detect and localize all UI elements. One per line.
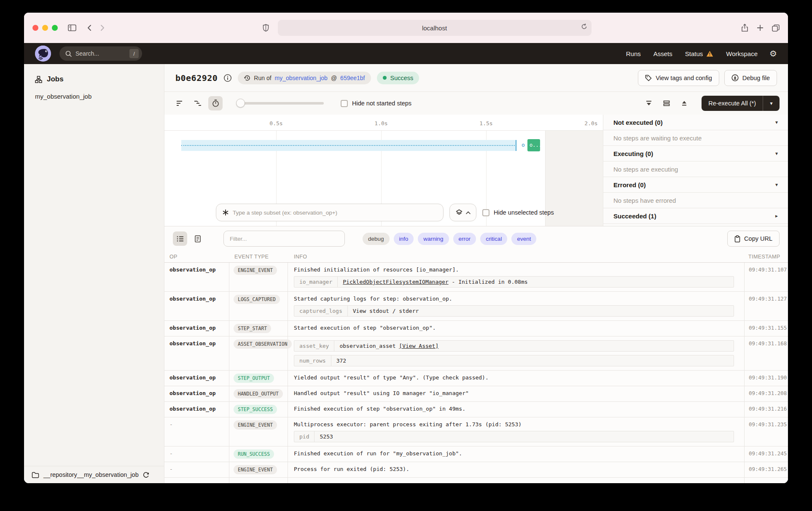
new-tab-icon[interactable] (757, 24, 764, 31)
status-section-title: Not executed (0) (613, 119, 663, 126)
log-info-text: Started capturing logs for step: observa… (294, 296, 738, 302)
run-of-label: Run of (254, 75, 271, 81)
run-actions: View tags and config Debug file (638, 70, 777, 86)
status-section-header[interactable]: Executing (0)▾ (603, 146, 788, 161)
reload-icon[interactable] (581, 23, 587, 30)
rows-view-icon[interactable] (659, 96, 674, 110)
zoom-slider[interactable] (237, 102, 324, 105)
forward-icon[interactable] (96, 22, 109, 34)
level-filter-error[interactable]: error (453, 233, 476, 245)
success-dot-icon (383, 76, 387, 80)
nav-assets[interactable]: Assets (653, 50, 672, 57)
sidebar-item-job[interactable]: my_observation_job (24, 89, 164, 103)
level-filter-warning[interactable]: warning (418, 233, 449, 245)
run-id: b0e62920 (175, 73, 218, 83)
log-row[interactable]: observation_opHANDLED_OUTPUTHandled outp… (164, 386, 788, 402)
log-type-cell: ENGINE_EVENT (229, 417, 288, 446)
nav-workspace[interactable]: Workspace (726, 50, 758, 57)
tab-overview-icon[interactable] (772, 24, 780, 32)
status-section-title: Succeeded (1) (613, 212, 656, 220)
warning-icon (706, 51, 713, 57)
log-info-cell: Started execution of step "observation_o… (288, 321, 744, 336)
gear-icon[interactable]: ⚙ (769, 49, 777, 58)
event-type-badge: ENGINE_EVENT (234, 420, 277, 430)
level-filter-info[interactable]: info (394, 233, 414, 245)
log-op-cell: - (164, 417, 229, 446)
step-waiting-band[interactable] (181, 140, 516, 151)
refresh-icon[interactable] (143, 472, 149, 478)
copy-url-button[interactable]: Copy URL (727, 231, 780, 247)
log-kv-value: View stdout / stderr (348, 306, 424, 316)
log-type-cell: STEP_OUTPUT (229, 371, 288, 386)
reexecute-all-button[interactable]: Re-execute All (*) (702, 96, 763, 111)
address-area: localhost (109, 20, 741, 36)
gantt-toolbar: Hide not started steps Re-ex (164, 92, 788, 115)
log-row[interactable]: observation_opSTEP_OUTPUTYielded output … (164, 371, 788, 386)
step-subset-input[interactable] (233, 210, 437, 216)
flatten-steps-icon[interactable] (173, 96, 187, 110)
step-status-panel: Not executed (0)▾No steps are waiting to… (603, 115, 788, 226)
log-row[interactable]: observation_opSTEP_STARTStarted executio… (164, 321, 788, 336)
structured-view-icon[interactable] (191, 231, 205, 246)
level-filter-critical[interactable]: critical (480, 233, 507, 245)
shield-icon[interactable] (259, 22, 273, 34)
global-search[interactable]: / (59, 46, 142, 61)
level-filter-debug[interactable]: debug (363, 233, 390, 245)
repository-name[interactable]: __repository__my_observation_job (43, 471, 139, 478)
hide-not-started-checkbox[interactable] (341, 100, 348, 107)
hide-unselected-checkbox[interactable] (482, 209, 489, 216)
share-icon[interactable] (741, 24, 748, 32)
status-section-header[interactable]: Not executed (0)▾ (603, 115, 788, 130)
minimize-window-button[interactable] (42, 25, 48, 31)
zoom-slider-handle[interactable] (236, 99, 245, 108)
sidebar-toggle-icon[interactable] (65, 22, 79, 34)
commit-link[interactable]: 659ee1bf (340, 75, 365, 81)
graph-options-button[interactable] (449, 204, 476, 221)
log-kv-link[interactable]: PickledObjectFilesystemIOManager (343, 279, 448, 285)
event-type-badge: STEP_SUCCESS (234, 405, 277, 414)
list-view-icon[interactable] (173, 231, 187, 246)
hide-not-started-label: Hide not started steps (352, 100, 411, 107)
collapse-all-icon[interactable] (642, 96, 656, 110)
log-row[interactable]: -ENGINE_EVENTMultiprocess executor: pare… (164, 417, 788, 446)
log-type-cell: ENGINE_EVENT (229, 263, 288, 291)
log-filter-input[interactable] (230, 236, 339, 242)
log-info-cell: Handled output "result" using IO manager… (288, 386, 744, 401)
folder-icon (32, 472, 39, 478)
debug-file-button[interactable]: Debug file (724, 70, 777, 86)
job-link[interactable]: my_observation_job (275, 75, 328, 81)
info-icon[interactable] (223, 74, 232, 82)
log-kv-link[interactable]: [View Asset] (399, 343, 438, 349)
eject-icon[interactable] (677, 96, 691, 110)
log-row[interactable]: observation_opASSET_OBSERVATIONasset_key… (164, 336, 788, 371)
waterfall-view-icon[interactable] (191, 96, 205, 110)
step-bar-observation-op[interactable]: o... (527, 139, 540, 151)
log-row[interactable]: observation_opLOGS_CAPTUREDStarted captu… (164, 292, 788, 321)
log-table: OP EVENT TYPE INFO TIMESTAMP observation… (164, 251, 788, 483)
log-kv-box: captured_logsView stdout / stderr (294, 305, 734, 317)
log-timestamp: 09:49:31.155 (744, 321, 788, 336)
close-window-button[interactable] (32, 25, 38, 31)
view-tags-config-button[interactable]: View tags and config (638, 70, 719, 86)
nav-status[interactable]: Status (685, 50, 714, 57)
reexecute-dropdown-caret[interactable]: ▾ (763, 96, 780, 111)
log-row[interactable]: -RUN_SUCCESSFinished execution of run fo… (164, 446, 788, 462)
level-filter-event[interactable]: event (511, 233, 536, 245)
status-section-header[interactable]: Errored (0)▾ (603, 177, 788, 193)
dagster-logo[interactable] (35, 46, 51, 62)
chevron-down-icon: ▾ (775, 119, 778, 125)
nav-runs[interactable]: Runs (626, 50, 641, 57)
log-row[interactable]: -ENGINE_EVENTProcess for run exited (pid… (164, 462, 788, 478)
log-row[interactable]: observation_opSTEP_SUCCESSFinished execu… (164, 402, 788, 417)
sidebar-title: Jobs (47, 75, 64, 83)
status-section-header[interactable]: Succeeded (1)▸ (603, 208, 788, 224)
search-input[interactable] (75, 50, 126, 57)
log-kv-value: 372 (331, 355, 351, 366)
nav-label: Assets (653, 50, 672, 57)
timed-view-icon[interactable] (208, 96, 223, 110)
log-row[interactable]: observation_opENGINE_EVENTFinished initi… (164, 263, 788, 292)
logs-section: debuginfowarningerrorcriticalevent Copy … (164, 226, 788, 483)
zoom-window-button[interactable] (52, 25, 58, 31)
url-bar[interactable]: localhost (278, 20, 592, 36)
back-icon[interactable] (82, 22, 96, 34)
